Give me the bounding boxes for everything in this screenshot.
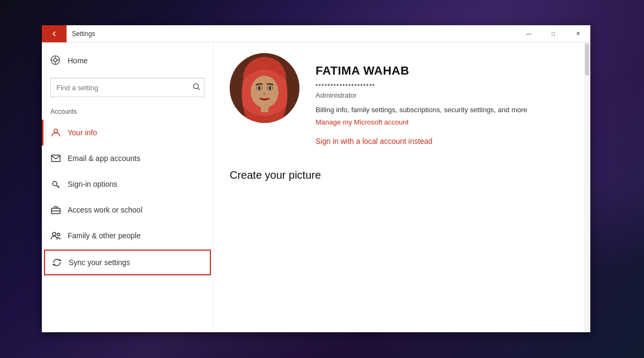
family-label: Family & other people: [68, 231, 141, 240]
svg-line-7: [198, 88, 200, 90]
profile-name: FATIMA WAHAB: [316, 64, 528, 78]
signin-label: Sign-in options: [68, 180, 118, 188]
svg-point-24: [258, 87, 261, 90]
manage-microsoft-account-link[interactable]: Manage my Microsoft account: [316, 118, 528, 126]
svg-point-25: [269, 87, 272, 90]
profile-role: Administrator: [316, 91, 528, 99]
sidebar-search-container: [50, 78, 204, 97]
sidebar: Home Accounts: [42, 42, 214, 332]
scrollbar[interactable]: [584, 42, 590, 332]
family-icon: [50, 230, 61, 241]
key-icon: [50, 179, 61, 189]
create-picture-heading: Create your picture: [230, 169, 568, 181]
svg-rect-27: [261, 106, 268, 112]
svg-rect-9: [52, 155, 60, 162]
minimize-button[interactable]: —: [516, 25, 541, 42]
titlebar: Settings — □ ✕: [42, 25, 590, 42]
settings-window: Settings — □ ✕: [42, 25, 590, 332]
your-info-label: Your info: [68, 128, 97, 137]
close-button[interactable]: ✕: [566, 25, 590, 42]
window-title: Settings: [67, 30, 516, 38]
sidebar-item-signin[interactable]: Sign-in options: [42, 171, 213, 197]
profile-section: FATIMA WAHAB •••••••••••••••••••• Admini…: [230, 53, 568, 158]
sidebar-item-family[interactable]: Family & other people: [42, 223, 213, 249]
sign-in-local-account-link[interactable]: Sign in with a local account instead: [316, 137, 528, 145]
search-input[interactable]: [50, 78, 204, 97]
sidebar-item-your-info[interactable]: Your info: [42, 120, 213, 145]
search-button[interactable]: [193, 83, 200, 92]
home-label: Home: [68, 56, 87, 65]
scrollbar-thumb[interactable]: [585, 43, 589, 76]
back-button[interactable]: [42, 25, 67, 42]
email-app-label: Email & app accounts: [68, 154, 140, 163]
sync-icon: [52, 257, 62, 268]
svg-point-26: [263, 93, 266, 95]
svg-point-6: [194, 84, 199, 89]
create-picture-section: Create your picture: [230, 169, 568, 181]
access-work-label: Access work or school: [68, 206, 142, 214]
briefcase-icon: [50, 204, 61, 215]
svg-point-1: [54, 59, 57, 62]
svg-point-19: [251, 76, 279, 108]
sidebar-item-sync[interactable]: Sync your settings: [44, 250, 211, 275]
window-controls: — □ ✕: [516, 25, 590, 42]
home-icon: [50, 55, 61, 66]
person-icon: [50, 127, 61, 138]
main-content: FATIMA WAHAB •••••••••••••••••••• Admini…: [214, 42, 584, 332]
billing-text: Billing info, family settings, subscript…: [316, 106, 528, 114]
sidebar-item-email-app[interactable]: Email & app accounts: [42, 145, 213, 171]
profile-info: FATIMA WAHAB •••••••••••••••••••• Admini…: [316, 53, 528, 158]
avatar: [230, 53, 299, 123]
sync-label: Sync your settings: [69, 258, 130, 267]
sidebar-section-accounts: Accounts: [42, 106, 213, 120]
svg-point-14: [57, 233, 60, 236]
sidebar-item-home[interactable]: Home: [42, 48, 213, 74]
profile-email: ••••••••••••••••••••: [316, 81, 528, 89]
content-area: Home Accounts: [42, 42, 590, 332]
svg-point-13: [53, 232, 56, 236]
maximize-button[interactable]: □: [541, 25, 566, 42]
sidebar-item-access-work[interactable]: Access work or school: [42, 197, 213, 223]
email-icon: [50, 153, 61, 164]
